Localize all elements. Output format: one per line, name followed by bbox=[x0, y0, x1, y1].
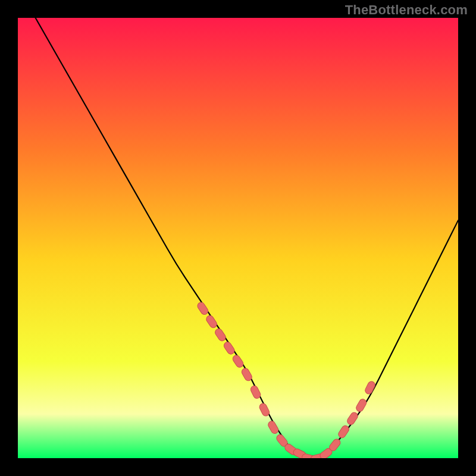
bottleneck-chart bbox=[18, 18, 458, 458]
watermark-text: TheBottleneck.com bbox=[345, 2, 468, 18]
plot-area bbox=[18, 18, 458, 458]
gradient-background bbox=[18, 18, 458, 458]
chart-stage: TheBottleneck.com bbox=[0, 0, 476, 476]
